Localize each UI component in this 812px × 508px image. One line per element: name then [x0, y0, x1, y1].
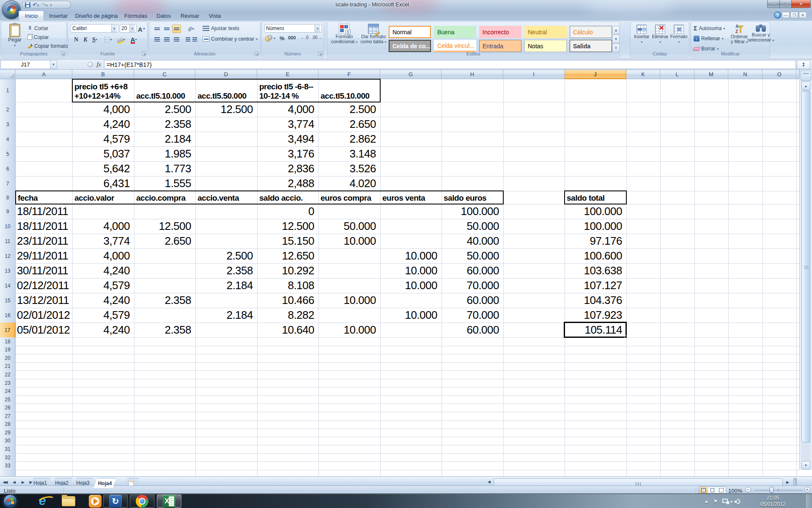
- column-header-B[interactable]: B: [72, 70, 134, 79]
- internet-explorer-icon[interactable]: e: [39, 494, 46, 508]
- horizontal-scroll-thumb[interactable]: [494, 478, 783, 486]
- sort-filter-button[interactable]: AZ Ordenary filtrar ▾: [728, 25, 750, 45]
- align-center-button[interactable]: [162, 35, 171, 44]
- start-button[interactable]: [3, 494, 17, 508]
- tab-splitter[interactable]: [793, 478, 797, 486]
- insert-function-button[interactable]: fx: [96, 61, 101, 68]
- decrease-indent-button[interactable]: [185, 35, 191, 44]
- row-header-16[interactable]: 16: [0, 308, 16, 323]
- align-right-button[interactable]: [172, 35, 181, 44]
- hscroll-left-icon[interactable]: ◀: [485, 478, 492, 485]
- cell-C17[interactable]: 2.358: [134, 323, 195, 337]
- cell-D12[interactable]: 2.500: [195, 248, 257, 263]
- borders-button[interactable]: ▾: [103, 35, 114, 44]
- decrease-decimal-button[interactable]: .00→: [312, 35, 322, 40]
- cell-H17[interactable]: 60.000: [442, 323, 503, 337]
- fill-button[interactable]: ↓Rellenar▾: [694, 36, 724, 41]
- cell-C5[interactable]: 1.985: [134, 146, 195, 161]
- row-header-20[interactable]: 20: [0, 354, 16, 363]
- cell-style-incorrecto[interactable]: Incorrecto: [479, 26, 521, 38]
- cell-C6[interactable]: 1.773: [134, 161, 195, 176]
- insert-cells-button[interactable]: Insertar▾: [632, 25, 651, 45]
- orientation-button[interactable]: ab▾: [185, 25, 197, 33]
- column-header-D[interactable]: D: [195, 70, 257, 79]
- cell-D13[interactable]: 2.358: [195, 263, 257, 278]
- formula-input[interactable]: =H17+(E17*B17): [104, 60, 796, 69]
- network-icon[interactable]: [722, 499, 729, 504]
- column-header-E[interactable]: E: [257, 70, 318, 79]
- tray-expand-icon[interactable]: ▲: [704, 499, 709, 504]
- bold-button[interactable]: N: [71, 35, 81, 44]
- row-header-21[interactable]: 21: [0, 362, 16, 371]
- ribbon-tab-inicio[interactable]: Inicio: [19, 11, 44, 21]
- cell-J11[interactable]: 97.176: [565, 234, 626, 248]
- paste-button[interactable]: Pegar▾: [4, 24, 26, 48]
- cell-style-neutral[interactable]: Neutral: [524, 26, 567, 38]
- cell-B11[interactable]: 3,774: [72, 234, 134, 248]
- column-header-J[interactable]: J: [565, 70, 626, 79]
- column-header-N[interactable]: N: [728, 70, 763, 79]
- cell-B7[interactable]: 6,431: [72, 176, 134, 191]
- chrome-icon[interactable]: [136, 495, 148, 508]
- row-header-30[interactable]: 30: [0, 437, 16, 446]
- percent-button[interactable]: %: [280, 35, 285, 41]
- cell-style-notas[interactable]: Notas: [524, 40, 567, 52]
- cell-style-celdaco[interactable]: Celda de co...: [389, 40, 431, 52]
- cell-A14[interactable]: 02/12/2011: [16, 278, 72, 293]
- cell-H11[interactable]: 40.000: [442, 234, 503, 248]
- cell-C2[interactable]: 2.500: [134, 102, 195, 117]
- zoom-in-icon[interactable]: +: [804, 487, 810, 493]
- cell-F8[interactable]: euros compra: [318, 191, 380, 204]
- cell-G13[interactable]: 10.000: [380, 263, 442, 278]
- conditional-formatting-button[interactable]: ⋚ Formatocondicional ▾: [329, 24, 359, 45]
- gallery-more-icon[interactable]: ⊽: [612, 44, 620, 52]
- cell-G8[interactable]: euros venta: [380, 191, 442, 204]
- cell-D14[interactable]: 2.184: [195, 278, 257, 293]
- cell-G16[interactable]: 10.000: [380, 308, 442, 323]
- cell-D1[interactable]: acc.tl5.50.000: [195, 79, 257, 102]
- clear-button[interactable]: Borrar▾: [694, 46, 719, 52]
- row-header-9[interactable]: 9: [0, 204, 16, 219]
- cell-E9[interactable]: 0: [257, 204, 318, 219]
- cell-B15[interactable]: 4,240: [72, 293, 134, 308]
- expand-formula-bar-icon[interactable]: ▼▼: [797, 60, 810, 69]
- taskbar-clock[interactable]: 21:05 05/01/2012: [751, 495, 795, 508]
- cell-B3[interactable]: 4,240: [72, 117, 134, 132]
- cell-H14[interactable]: 70.000: [442, 278, 503, 293]
- font-family-select[interactable]: Calibri▾: [71, 24, 118, 33]
- cell-E12[interactable]: 12.650: [257, 248, 318, 263]
- cell-C15[interactable]: 2.358: [134, 293, 195, 308]
- italic-button[interactable]: K: [81, 35, 90, 44]
- cell-E1[interactable]: precio tl5 -6-8-- 10-12-14 %: [257, 79, 318, 102]
- ribbon-tab-insertar[interactable]: Insertar: [44, 11, 73, 21]
- align-middle-button[interactable]: [162, 25, 171, 33]
- cell-C8[interactable]: accio.compra: [134, 191, 195, 204]
- column-header-M[interactable]: M: [694, 70, 728, 79]
- cell-F1[interactable]: acc.tl5.10.000: [318, 79, 380, 102]
- action-center-icon[interactable]: ⚑: [713, 499, 718, 504]
- cell-B1[interactable]: precio tl5 +6+8 +10+12+14%: [72, 79, 134, 102]
- next-sheet-icon[interactable]: ▶: [19, 479, 26, 486]
- scroll-up-icon[interactable]: ▲: [801, 82, 810, 90]
- row-header-24[interactable]: 24: [0, 387, 16, 396]
- cell-F15[interactable]: 10.000: [318, 293, 380, 308]
- cell-J17[interactable]: 105.114: [565, 323, 626, 337]
- row-header-4[interactable]: 4: [0, 132, 16, 147]
- cell-C3[interactable]: 2.358: [134, 117, 195, 132]
- qat-customize-icon[interactable]: ▾: [50, 3, 52, 7]
- cell-C10[interactable]: 12.500: [134, 219, 195, 234]
- excel-icon[interactable]: X: [163, 495, 176, 508]
- row-header-17[interactable]: 17: [0, 323, 16, 338]
- row-header-31[interactable]: 31: [0, 445, 16, 454]
- cell-D16[interactable]: 2.184: [195, 308, 257, 323]
- row-header-11[interactable]: 11: [0, 234, 16, 249]
- sheet-tab-hoja4[interactable]: Hoja4: [93, 478, 116, 488]
- cell-B2[interactable]: 4,000: [72, 102, 134, 117]
- media-player-icon[interactable]: [89, 495, 102, 508]
- cell-B5[interactable]: 5,037: [72, 146, 134, 161]
- cell-E13[interactable]: 10.292: [257, 263, 318, 278]
- row-header-15[interactable]: 15: [0, 293, 16, 308]
- cell-E11[interactable]: 15.150: [257, 234, 318, 248]
- column-header-G[interactable]: G: [380, 70, 442, 79]
- row-header-19[interactable]: 19: [0, 346, 16, 355]
